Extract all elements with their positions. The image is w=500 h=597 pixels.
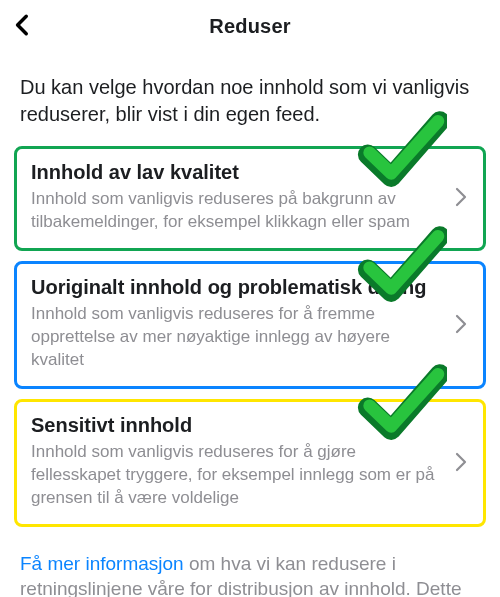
item-content: Uoriginalt innhold og problematisk delin…: [31, 276, 443, 372]
learn-more-link[interactable]: Få mer informasjon: [20, 553, 184, 574]
item-unoriginal[interactable]: Uoriginalt innhold og problematisk delin…: [14, 261, 486, 389]
item-desc: Innhold som vanligvis reduseres for å gj…: [31, 441, 443, 510]
item-low-quality[interactable]: Innhold av lav kvalitet Innhold som vanl…: [14, 146, 486, 251]
item-title: Sensitivt innhold: [31, 414, 443, 437]
back-button[interactable]: [10, 12, 36, 38]
item-title: Uoriginalt innhold og problematisk delin…: [31, 276, 443, 299]
chevron-right-icon: [453, 313, 469, 335]
chevron-left-icon: [10, 12, 36, 38]
footer-text: Få mer informasjon om hva vi kan reduser…: [0, 537, 500, 598]
header: Reduser: [0, 0, 500, 52]
page-title: Reduser: [209, 15, 290, 38]
item-sensitive[interactable]: Sensitivt innhold Innhold som vanligvis …: [14, 399, 486, 527]
item-content: Sensitivt innhold Innhold som vanligvis …: [31, 414, 443, 510]
intro-text: Du kan velge hvordan noe innhold som vi …: [0, 52, 500, 146]
item-desc: Innhold som vanligvis reduseres for å fr…: [31, 303, 443, 372]
item-desc: Innhold som vanligvis reduseres på bakgr…: [31, 188, 443, 234]
chevron-right-icon: [453, 451, 469, 473]
item-content: Innhold av lav kvalitet Innhold som vanl…: [31, 161, 443, 234]
settings-list: Innhold av lav kvalitet Innhold som vanl…: [0, 146, 500, 527]
chevron-right-icon: [453, 186, 469, 208]
item-title: Innhold av lav kvalitet: [31, 161, 443, 184]
